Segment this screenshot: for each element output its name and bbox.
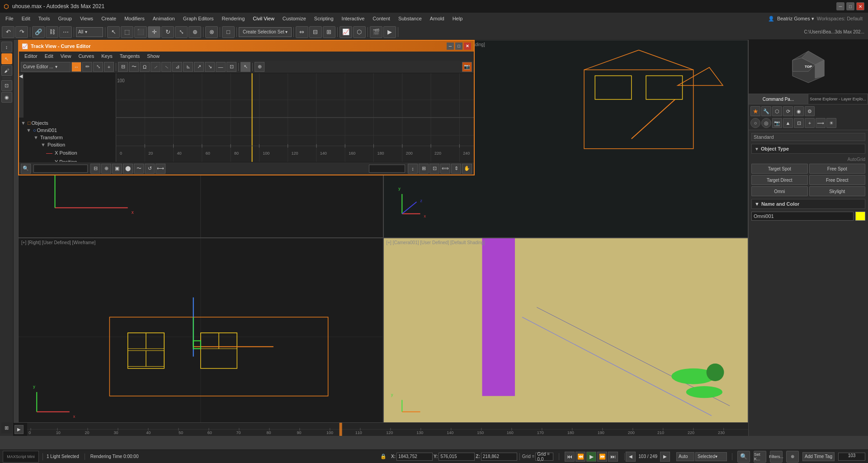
next-frame-btn[interactable]: ⏩ <box>597 452 607 462</box>
ce-window-controls[interactable]: ─ □ ✕ <box>447 43 471 50</box>
ce-show-tangents-btn[interactable]: ⊕ <box>255 62 264 72</box>
ce-fit-vert-btn[interactable]: ⇕ <box>451 164 461 174</box>
free-spot-btn[interactable]: Free Spot <box>809 164 866 174</box>
ce-fit-horz-btn[interactable]: ⟺ <box>440 164 450 174</box>
ce-draw-btn[interactable]: ✏ <box>82 62 92 72</box>
ce-tangent5-btn[interactable]: ↗ <box>194 62 204 72</box>
add-time-tag-label-btn[interactable]: Add Time Tag <box>802 452 835 461</box>
scale-button[interactable]: ⤡ <box>175 26 188 38</box>
viewport-layout-btn[interactable]: ⊞ <box>1 422 12 433</box>
tree-omni001[interactable]: ▼ ○ Omni001 <box>19 127 116 134</box>
isolate-btn[interactable]: ⊡ <box>1 80 12 91</box>
reference-coord-button[interactable]: ⊕ <box>189 26 201 38</box>
menu-edit[interactable]: Edit <box>18 14 34 23</box>
use-pivot-button[interactable]: ⊗ <box>205 26 218 38</box>
minimize-button[interactable]: ─ <box>836 2 844 10</box>
render-setup-button[interactable]: 🎬 <box>370 26 382 38</box>
rp-modify-btn[interactable]: 🔧 <box>761 106 771 116</box>
select-tool-btn[interactable]: ↖ <box>1 53 12 64</box>
menu-modifiers[interactable]: Modifiers <box>121 14 148 23</box>
menu-views[interactable]: Views <box>76 14 97 23</box>
add-time-tag-btn[interactable]: ⊕ <box>786 451 799 463</box>
ce-menu-curves[interactable]: Curves <box>75 52 98 60</box>
maximize-button[interactable]: □ <box>846 2 854 10</box>
selection-filter-dropdown[interactable]: All ▾ <box>76 27 103 37</box>
timeline-expand-btn[interactable]: ▶ <box>14 425 24 434</box>
menu-content[interactable]: Content <box>369 14 394 23</box>
rp-motion-btn[interactable]: ⟳ <box>783 106 793 116</box>
select-object-button[interactable]: □ <box>222 26 235 38</box>
ce-menu-editor[interactable]: Editor <box>21 52 41 60</box>
tree-y-position[interactable]: — Y Position <box>19 157 116 162</box>
ce-param2-btn[interactable]: ▣ <box>112 164 122 174</box>
z-coord-value[interactable]: 218,862 <box>481 453 517 461</box>
select-crossing-button[interactable]: ⬛ <box>134 26 147 38</box>
menu-substance[interactable]: Substance <box>395 14 425 23</box>
ce-tangent3-btn[interactable]: ⊿ <box>172 62 182 72</box>
menu-graph-editors[interactable]: Graph Editors <box>179 14 217 23</box>
ce-tangent7-btn[interactable]: — <box>216 62 226 72</box>
rp-light2-btn[interactable]: ◎ <box>761 118 771 128</box>
ce-maximize-button[interactable]: □ <box>455 43 462 50</box>
ce-tangent8-btn[interactable]: ⊡ <box>226 62 236 72</box>
curve-editor-button[interactable]: 📈 <box>340 26 352 38</box>
rp-tab-command[interactable]: Command Pa... <box>749 94 808 104</box>
ce-tangent4-btn[interactable]: ⊾ <box>183 62 193 72</box>
filters-btn[interactable]: Filters... <box>770 451 783 463</box>
rp-light-btn[interactable]: ○ <box>750 118 760 128</box>
tree-x-position[interactable]: — X Position <box>19 148 116 157</box>
rp-hierarchy-btn[interactable]: ⬡ <box>772 106 782 116</box>
ce-zoom-x-btn[interactable]: ↕ <box>408 164 418 174</box>
ce-cursor-btn[interactable]: ↖ <box>241 62 250 72</box>
timeline-ruler[interactable]: 0 10 20 30 40 50 60 70 80 90 100 110 120 <box>27 423 748 436</box>
rp-helper-btn[interactable]: + <box>805 118 815 128</box>
menu-civil-view[interactable]: Civil View <box>249 14 278 23</box>
create-selection-set-button[interactable]: Create Selection Set ▾ <box>239 27 292 37</box>
ce-anim-btn[interactable]: ⬤ <box>123 164 133 174</box>
close-button[interactable]: ✕ <box>856 2 864 10</box>
ce-param-btn[interactable]: Ω <box>140 62 150 72</box>
go-start-btn[interactable]: ⏮ <box>565 452 575 462</box>
ce-snap2-btn[interactable]: ⊕ <box>101 164 111 174</box>
ce-frame-input[interactable] <box>369 165 405 173</box>
ce-menu-keys[interactable]: Keys <box>98 52 116 60</box>
color-swatch[interactable] <box>855 212 865 221</box>
mirror-button[interactable]: ⇔ <box>296 26 308 38</box>
ce-scale-btn[interactable]: ⤡ <box>93 62 103 72</box>
align-button[interactable]: ⊟ <box>309 26 322 38</box>
object-name-input[interactable] <box>751 212 854 221</box>
skylight-btn[interactable]: Skylight <box>809 186 866 196</box>
viewport-bottom-right[interactable]: [+] [Camera001] [User Defined] [Default … <box>383 238 749 436</box>
rp-system-btn[interactable]: ☀ <box>826 118 836 128</box>
ce-tree-collapse[interactable]: ◀ <box>19 73 24 118</box>
rotate-button[interactable]: ↻ <box>161 26 174 38</box>
ce-zoom-region-btn[interactable]: ⊞ <box>419 164 429 174</box>
ce-menu-show[interactable]: Show <box>143 52 163 60</box>
target-direct-btn[interactable]: Target Direct <box>751 175 808 185</box>
select-button[interactable]: ↖ <box>107 26 120 38</box>
ce-value-input[interactable] <box>33 165 88 173</box>
ce-menu-tangents[interactable]: Tangents <box>116 52 144 60</box>
paint-select-btn[interactable]: 🖌 <box>1 65 12 76</box>
search-btn[interactable]: 🔍 <box>737 451 750 463</box>
tree-transform[interactable]: ▼ Transform <box>19 134 116 141</box>
prev-frame-btn[interactable]: ⏪ <box>576 452 585 462</box>
ce-menu-edit[interactable]: Edit <box>41 52 57 60</box>
omni-btn[interactable]: Omni <box>751 186 808 196</box>
rp-shape-btn[interactable]: ⊡ <box>794 118 804 128</box>
ce-menu-view[interactable]: View <box>57 52 75 60</box>
ce-zoom-btn[interactable]: 🔍 <box>21 164 31 174</box>
rp-geom-btn[interactable]: ▲ <box>783 118 793 128</box>
auto-key-btn[interactable]: Auto <box>676 452 694 461</box>
go-end-btn[interactable]: ⏭ <box>608 452 618 462</box>
ce-snap-btn[interactable]: 📷 <box>462 62 472 72</box>
select-link-button[interactable]: 🔗 <box>32 26 45 38</box>
ce-refresh-btn[interactable]: ↺ <box>145 164 155 174</box>
ce-tangent-btn[interactable]: ⟋ <box>151 62 160 72</box>
ce-fit-btn[interactable]: ⊡ <box>429 164 439 174</box>
display-btn[interactable]: ◉ <box>1 92 12 103</box>
menu-interactive[interactable]: Interactive <box>338 14 368 23</box>
rp-utilities-btn[interactable]: ⚙ <box>805 106 815 116</box>
menu-animation[interactable]: Animation <box>149 14 179 23</box>
free-direct-btn[interactable]: Free Direct <box>809 175 866 185</box>
